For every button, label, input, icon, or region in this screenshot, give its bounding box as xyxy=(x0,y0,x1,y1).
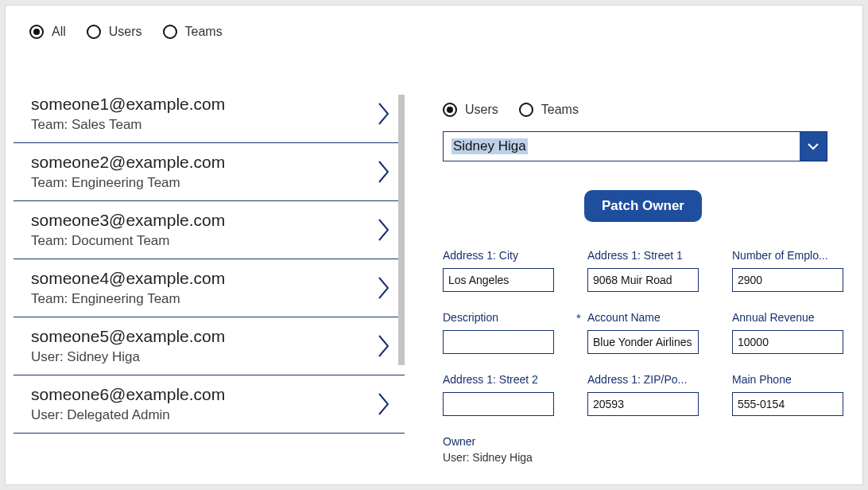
field-input[interactable] xyxy=(443,268,554,292)
patch-owner-button[interactable]: Patch Owner xyxy=(584,190,702,222)
chevron-right-icon xyxy=(378,218,390,242)
field-input[interactable] xyxy=(587,392,699,416)
field-label: Address 1: Street 1 xyxy=(587,249,699,262)
list-item-secondary: Team: Sales Team xyxy=(31,117,225,133)
list-item[interactable]: someone5@example.com User: Sidney Higa xyxy=(14,317,405,375)
field-grid: Address 1: City Address 1: Street 1 Numb… xyxy=(443,249,843,416)
filter-label: All xyxy=(52,25,66,39)
radio-icon xyxy=(87,25,101,39)
field-address1-zip: Address 1: ZIP/Po... xyxy=(587,373,699,416)
list-item-secondary: User: Sidney Higa xyxy=(31,349,225,365)
list-item[interactable]: someone1@example.com Team: Sales Team xyxy=(14,85,405,143)
filter-radio-teams[interactable]: Teams xyxy=(163,25,223,39)
list-item-text: someone4@example.com Team: Engineering T… xyxy=(31,269,225,307)
field-main-phone: Main Phone xyxy=(732,373,843,416)
list-item-primary: someone6@example.com xyxy=(31,385,225,404)
radio-icon xyxy=(519,103,533,117)
list-item-text: someone3@example.com Team: Document Team xyxy=(31,211,225,249)
field-number-employees: Number of Emplo... xyxy=(732,249,843,292)
field-label: Main Phone xyxy=(732,373,843,386)
list-item-secondary: User: Delegated Admin xyxy=(31,407,225,423)
field-address1-city: Address 1: City xyxy=(443,249,554,292)
list-item-text: someone6@example.com User: Delegated Adm… xyxy=(31,385,225,423)
list-item-secondary: Team: Document Team xyxy=(31,233,225,249)
filter-label: Teams xyxy=(185,25,223,39)
list-item-primary: someone3@example.com xyxy=(31,211,225,230)
radio-icon xyxy=(163,25,177,39)
detail-pane: Users Teams Sidney Higa Patch Owner Add xyxy=(405,85,862,484)
field-label: Account Name xyxy=(587,311,699,324)
app-frame: All Users Teams someone1@example.com Tea… xyxy=(5,5,863,485)
field-input[interactable] xyxy=(443,392,554,416)
field-label: Description xyxy=(443,311,554,324)
radio-icon xyxy=(443,103,457,117)
owner-select[interactable]: Sidney Higa xyxy=(443,131,827,161)
detail-radio-users[interactable]: Users xyxy=(443,103,498,117)
field-address1-street1: Address 1: Street 1 xyxy=(587,249,699,292)
list-item[interactable]: someone4@example.com Team: Engineering T… xyxy=(14,259,405,317)
list-item-secondary: Team: Engineering Team xyxy=(31,291,225,307)
field-address1-street2: Address 1: Street 2 xyxy=(443,373,554,416)
list-item[interactable]: someone6@example.com User: Delegated Adm… xyxy=(14,375,405,434)
detail-radio-teams[interactable]: Teams xyxy=(519,103,579,117)
field-input[interactable] xyxy=(732,330,843,354)
field-label: Annual Revenue xyxy=(732,311,843,324)
list-item-text: someone1@example.com Team: Sales Team xyxy=(31,95,225,133)
field-label: Address 1: City xyxy=(443,249,554,262)
field-input[interactable] xyxy=(732,268,843,292)
split-layout: someone1@example.com Team: Sales Team so… xyxy=(6,85,862,484)
chevron-right-icon xyxy=(378,392,390,416)
owner-select-value: Sidney Higa xyxy=(444,132,800,161)
field-account-name: * Account Name xyxy=(587,311,699,354)
record-list: someone1@example.com Team: Sales Team so… xyxy=(6,85,405,484)
chevron-right-icon xyxy=(378,276,390,300)
filter-label: Teams xyxy=(541,103,579,117)
owner-label: Owner xyxy=(443,435,843,448)
field-input[interactable] xyxy=(587,330,699,354)
field-label: Address 1: ZIP/Po... xyxy=(587,373,699,386)
list-item-primary: someone2@example.com xyxy=(31,153,225,172)
detail-filter-group: Users Teams xyxy=(443,103,843,117)
chevron-right-icon xyxy=(378,160,390,184)
field-label: Number of Emplo... xyxy=(732,249,843,262)
list-item[interactable]: someone2@example.com Team: Engineering T… xyxy=(14,143,405,201)
field-annual-revenue: Annual Revenue xyxy=(732,311,843,354)
chevron-down-icon xyxy=(807,142,820,151)
filter-label: Users xyxy=(465,103,498,117)
dropdown-button[interactable] xyxy=(800,132,827,161)
field-input[interactable] xyxy=(443,330,554,354)
list-filter-group: All Users Teams xyxy=(6,6,862,39)
filter-label: Users xyxy=(109,25,142,39)
field-label: Address 1: Street 2 xyxy=(443,373,554,386)
required-star-icon: * xyxy=(576,311,581,325)
list-item-text: someone2@example.com Team: Engineering T… xyxy=(31,153,225,191)
field-input[interactable] xyxy=(587,268,699,292)
chevron-right-icon xyxy=(378,102,390,126)
owner-value: User: Sidney Higa xyxy=(443,451,843,464)
list-item-secondary: Team: Engineering Team xyxy=(31,175,225,191)
filter-radio-users[interactable]: Users xyxy=(87,25,142,39)
list-item-primary: someone5@example.com xyxy=(31,327,225,346)
chevron-right-icon xyxy=(378,334,390,358)
list-item-primary: someone4@example.com xyxy=(31,269,225,288)
list-item-text: someone5@example.com User: Sidney Higa xyxy=(31,327,225,365)
field-description: Description xyxy=(443,311,554,354)
list-item[interactable]: someone3@example.com Team: Document Team xyxy=(14,201,405,259)
list-item-primary: someone1@example.com xyxy=(31,95,225,114)
radio-icon xyxy=(29,25,44,39)
filter-radio-all[interactable]: All xyxy=(29,25,66,39)
field-input[interactable] xyxy=(732,392,843,416)
scrollbar[interactable] xyxy=(398,95,405,365)
